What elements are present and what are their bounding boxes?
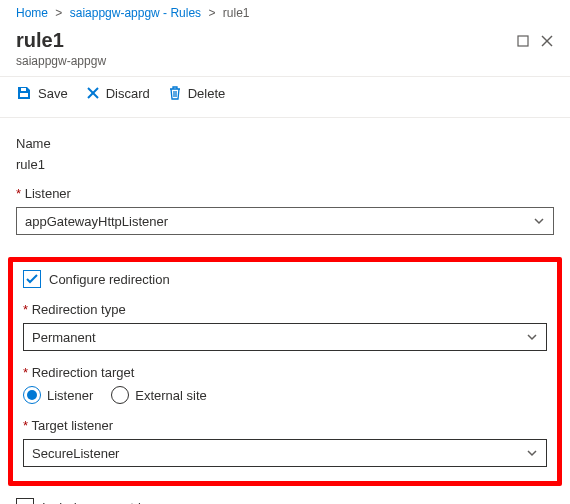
svg-rect-0 — [518, 36, 528, 46]
radio-listener-label: Listener — [47, 388, 93, 403]
configure-redirection-label: Configure redirection — [49, 272, 170, 287]
delete-button[interactable]: Delete — [168, 85, 226, 101]
radio-listener[interactable]: Listener — [23, 386, 93, 404]
discard-button[interactable]: Discard — [86, 86, 150, 101]
breadcrumb-separator: > — [55, 6, 62, 20]
restore-icon[interactable] — [516, 34, 530, 48]
close-icon[interactable] — [540, 34, 554, 48]
redirection-type-value: Permanent — [32, 330, 96, 345]
listener-label: Listener — [16, 186, 554, 201]
target-listener-value: SecureListener — [32, 446, 119, 461]
name-label: Name — [16, 136, 554, 151]
redirection-highlight: Configure redirection Redirection type P… — [8, 257, 562, 486]
radio-icon — [111, 386, 129, 404]
radio-external-site[interactable]: External site — [111, 386, 207, 404]
chevron-down-icon — [526, 331, 538, 343]
listener-value: appGatewayHttpListener — [25, 214, 168, 229]
discard-label: Discard — [106, 86, 150, 101]
target-listener-label: Target listener — [23, 418, 547, 433]
include-query-label: Include query string — [42, 500, 155, 505]
save-label: Save — [38, 86, 68, 101]
toolbar: Save Discard Delete — [0, 77, 570, 109]
redirection-type-label: Redirection type — [23, 302, 547, 317]
save-button[interactable]: Save — [16, 85, 68, 101]
redirection-type-select[interactable]: Permanent — [23, 323, 547, 351]
listener-select[interactable]: appGatewayHttpListener — [16, 207, 554, 235]
discard-icon — [86, 86, 100, 100]
delete-icon — [168, 85, 182, 101]
include-query-checkbox[interactable] — [16, 498, 34, 504]
name-value: rule1 — [16, 157, 554, 172]
save-icon — [16, 85, 32, 101]
redirection-target-label: Redirection target — [23, 365, 547, 380]
breadcrumb-home[interactable]: Home — [16, 6, 48, 20]
target-listener-select[interactable]: SecureListener — [23, 439, 547, 467]
delete-label: Delete — [188, 86, 226, 101]
configure-redirection-checkbox[interactable] — [23, 270, 41, 288]
breadcrumb-separator: > — [208, 6, 215, 20]
page-subtitle: saiappgw-appgw — [16, 54, 516, 68]
chevron-down-icon — [533, 215, 545, 227]
radio-external-label: External site — [135, 388, 207, 403]
radio-icon — [23, 386, 41, 404]
page-title: rule1 — [16, 28, 516, 52]
chevron-down-icon — [526, 447, 538, 459]
breadcrumb: Home > saiappgw-appgw - Rules > rule1 — [0, 0, 570, 24]
breadcrumb-current: rule1 — [223, 6, 250, 20]
breadcrumb-parent[interactable]: saiappgw-appgw - Rules — [70, 6, 201, 20]
